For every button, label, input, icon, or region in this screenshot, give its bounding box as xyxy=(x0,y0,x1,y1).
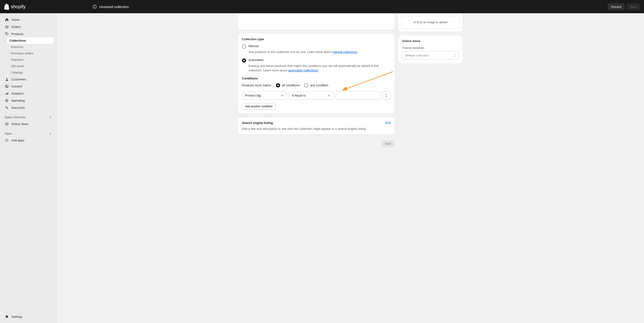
percent-icon xyxy=(5,106,9,110)
select-value: Product tag xyxy=(245,94,261,97)
nav-customers[interactable]: Customers xyxy=(2,76,54,83)
radio-label: any condition xyxy=(310,84,328,87)
chevron-right-icon xyxy=(49,132,52,135)
radio-manual[interactable] xyxy=(242,45,246,49)
chevron-down-icon xyxy=(328,94,330,97)
nav-label: Settings xyxy=(11,315,22,318)
plus-circle-icon xyxy=(5,138,9,142)
svg-point-5 xyxy=(6,78,8,79)
nav-label: Inventory xyxy=(11,45,24,49)
nav-label: Content xyxy=(11,85,22,88)
nav-gift-cards[interactable]: Gift cards xyxy=(2,63,54,69)
automated-description: Existing and future products that match … xyxy=(248,64,391,73)
main-content: Collection type Manual Add products to t… xyxy=(57,13,644,323)
chevron-right-icon xyxy=(49,116,52,119)
alert-circle-icon xyxy=(92,5,97,9)
automated-collections-link[interactable]: automated collections xyxy=(288,69,318,72)
person-icon xyxy=(5,77,9,81)
sort-icon xyxy=(385,94,388,97)
chart-icon xyxy=(5,91,9,96)
store-icon xyxy=(5,122,9,126)
nav-marketing[interactable]: Marketing xyxy=(2,97,54,104)
chevron-down-icon xyxy=(281,94,284,97)
seo-description: Add a title and description to see how t… xyxy=(242,127,391,131)
svg-rect-10 xyxy=(8,92,8,95)
nav-label: Home xyxy=(11,18,20,22)
template-label: Theme template xyxy=(402,46,459,50)
inbox-icon xyxy=(5,25,9,29)
image-dropzone[interactable]: or drop an image to upload xyxy=(401,16,460,29)
nav-label: Gift cards xyxy=(11,64,24,68)
condition-value-input[interactable] xyxy=(336,91,380,100)
sales-channels-header[interactable]: Sales channels xyxy=(2,114,54,120)
svg-point-14 xyxy=(7,108,8,109)
condition-operator-select[interactable]: is equal to xyxy=(289,91,334,100)
nav-inventory[interactable]: Inventory xyxy=(2,44,54,50)
shopify-bag-icon xyxy=(4,4,10,10)
nav-home[interactable]: Home xyxy=(2,16,54,23)
nav-catalogs[interactable]: Catalogs xyxy=(2,69,54,76)
card-title: Collection type xyxy=(242,37,391,41)
manual-collections-link[interactable]: manual collections xyxy=(332,50,358,54)
nav-products[interactable]: Products xyxy=(2,30,54,37)
section-label: Sales channels xyxy=(5,115,26,119)
radio-label: all conditions xyxy=(282,84,300,87)
unsaved-text: Unsaved collection xyxy=(99,5,129,9)
manual-description: Add products to this collection one by o… xyxy=(248,50,391,54)
nav-transfers[interactable]: Transfers xyxy=(2,57,54,63)
nav-analytics[interactable]: Analytics xyxy=(2,90,54,97)
nav-online-store[interactable]: Online Store xyxy=(2,120,54,127)
description-card-fragment xyxy=(238,13,394,30)
nav-label: Discounts xyxy=(11,106,25,110)
add-condition-button[interactable]: Add another condition xyxy=(242,103,276,110)
nav-label: Products xyxy=(11,32,24,36)
svg-point-12 xyxy=(6,100,8,101)
condition-reorder-button[interactable] xyxy=(382,91,391,100)
seo-edit-link[interactable]: Edit xyxy=(386,121,391,125)
nav-label: Orders xyxy=(11,25,21,29)
nav-orders[interactable]: Orders xyxy=(2,23,54,30)
svg-point-4 xyxy=(6,33,6,34)
nav-label: Online Store xyxy=(11,122,28,126)
svg-point-11 xyxy=(6,99,8,102)
home-icon xyxy=(5,18,9,22)
drop-hint: or drop an image to upload xyxy=(414,21,447,24)
image-icon xyxy=(5,84,9,88)
nav-collections[interactable]: Collections xyxy=(7,37,54,44)
nav-label: Analytics xyxy=(11,92,24,95)
discard-button[interactable]: Discard xyxy=(608,3,625,11)
select-value: Default collection xyxy=(405,54,428,57)
radio-any-condition[interactable] xyxy=(304,83,308,88)
nav-settings[interactable]: Settings xyxy=(2,313,54,320)
top-bar: shopify Unsaved collection Discard Save xyxy=(0,0,644,13)
seo-card: Search engine listing Edit Add a title a… xyxy=(238,117,394,134)
nav-add-apps[interactable]: Add apps xyxy=(2,137,54,144)
gear-icon xyxy=(5,314,9,319)
svg-rect-8 xyxy=(6,94,6,95)
svg-point-13 xyxy=(6,106,6,107)
brand-text: shopify xyxy=(11,4,26,10)
svg-line-15 xyxy=(6,107,8,109)
nav-label: Add apps xyxy=(11,139,24,142)
radio-all-conditions[interactable] xyxy=(276,83,280,88)
nav-purchase-orders[interactable]: Purchase orders xyxy=(2,50,54,57)
shopify-logo[interactable]: shopify xyxy=(4,4,26,10)
apps-header[interactable]: Apps xyxy=(2,130,54,137)
nav-label: Customers xyxy=(11,78,26,81)
conditions-match-row: Products must match: all conditions any … xyxy=(242,83,391,88)
select-caret-icon xyxy=(453,54,456,57)
nav-label: Catalogs xyxy=(11,71,23,74)
card-title: Online Store xyxy=(402,39,459,43)
image-upload-card: or drop an image to upload xyxy=(398,13,462,32)
save-button-top: Save xyxy=(626,3,640,11)
tag-icon xyxy=(5,32,9,36)
online-store-card: Online Store Theme template Default coll… xyxy=(398,36,462,63)
condition-field-select[interactable]: Product tag xyxy=(242,91,287,100)
match-prefix: Products must match: xyxy=(242,84,272,87)
nav-discounts[interactable]: Discounts xyxy=(2,104,54,111)
nav-content[interactable]: Content xyxy=(2,83,54,90)
theme-template-select[interactable]: Default collection xyxy=(402,51,459,60)
section-label: Apps xyxy=(5,132,12,135)
sidebar: Home Orders Products Collections Invento… xyxy=(0,13,57,323)
radio-automated[interactable] xyxy=(242,58,246,63)
